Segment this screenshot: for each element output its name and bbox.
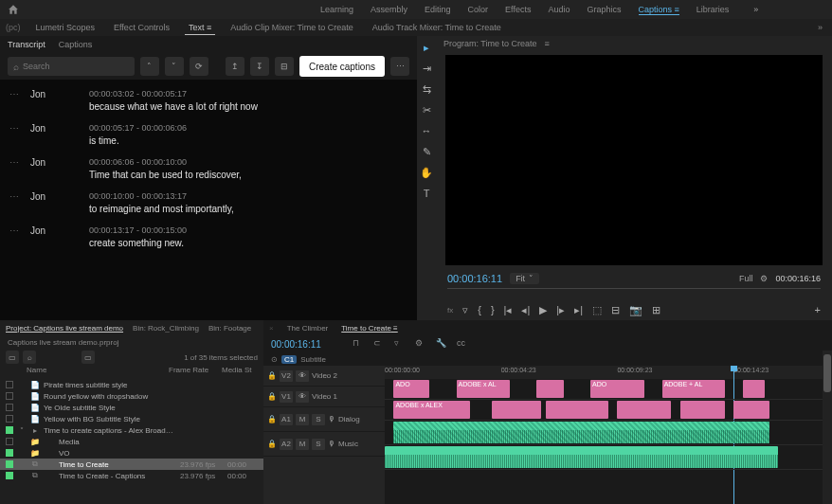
hand-tool-icon[interactable]: ✋	[420, 167, 433, 180]
comparison-view-icon[interactable]: ⊞	[652, 304, 660, 316]
project-tab[interactable]: Project: Captions live stream demo	[6, 324, 123, 333]
selection-tool-icon[interactable]: ▸	[420, 42, 433, 55]
transcript-row[interactable]: ⋯Jon00:00:03:02 - 00:00:05:17because wha…	[0, 83, 417, 117]
linked-selection-icon[interactable]: ⊂	[373, 338, 385, 350]
clip[interactable]	[393, 422, 769, 443]
lock-icon[interactable]: 🔒	[267, 371, 277, 380]
insert-above-button[interactable]: ↥	[226, 57, 244, 76]
sequence-tab[interactable]: The Climber	[287, 324, 329, 333]
workspace-captions[interactable]: Captions ≡	[639, 5, 679, 15]
lock-icon[interactable]: 🔒	[267, 440, 277, 448]
more-options-button[interactable]: ⋯	[390, 57, 409, 76]
label-color[interactable]	[6, 392, 13, 400]
label-color[interactable]	[6, 415, 13, 423]
label-color[interactable]	[6, 404, 13, 411]
workspace-editing[interactable]: Editing	[425, 5, 451, 15]
track-toggle[interactable]: M	[296, 414, 309, 425]
clip[interactable]	[680, 401, 725, 419]
refresh-button[interactable]: ⟳	[190, 57, 208, 76]
lock-icon[interactable]: 🔒	[267, 392, 277, 401]
track-toggle[interactable]: M	[296, 439, 309, 450]
button-editor-icon[interactable]: +	[815, 304, 821, 315]
track-header[interactable]: 🔒V2👁Video 2	[263, 366, 385, 387]
sequence-tab[interactable]: Time to Create ≡	[341, 324, 398, 333]
drag-handle-icon[interactable]: ⋯	[9, 225, 19, 248]
new-bin-icon[interactable]: ▭	[81, 351, 95, 364]
project-item[interactable]: 📄Round yellow with dropshadow	[0, 390, 263, 402]
transcript-text[interactable]: is time.	[89, 135, 187, 146]
clip[interactable]	[546, 401, 608, 419]
home-icon[interactable]	[8, 4, 19, 15]
solo-toggle[interactable]: S	[312, 414, 325, 425]
go-in-icon[interactable]: |◂	[504, 304, 513, 316]
insert-below-button[interactable]: ↧	[250, 57, 269, 76]
clip[interactable]: ADO	[590, 380, 644, 398]
workspace-effects[interactable]: Effects	[505, 5, 531, 15]
play-icon[interactable]: ▶	[539, 304, 547, 316]
clip[interactable]	[492, 401, 541, 419]
workspace-overflow-icon[interactable]: »	[753, 5, 758, 14]
track-target[interactable]: V2	[280, 370, 293, 382]
transcript-text[interactable]: to reimagine and most importantly,	[89, 204, 234, 214]
label-color[interactable]	[6, 381, 13, 388]
clip[interactable]: ADOBE x ALEX	[393, 401, 469, 419]
next-button[interactable]: ˅	[165, 57, 184, 76]
track-target[interactable]: A1	[280, 414, 293, 425]
split-button[interactable]: ⊟	[275, 57, 294, 76]
create-captions-button[interactable]: Create captions	[299, 56, 385, 77]
pen-tool-icon[interactable]: ✎	[420, 146, 433, 159]
clip[interactable]	[617, 401, 671, 419]
project-item[interactable]: 📄Pirate times subtitle style	[0, 379, 263, 390]
workspace-color[interactable]: Color	[468, 5, 489, 15]
workspace-learning[interactable]: Learning	[320, 5, 353, 15]
track-header[interactable]: 🔒A2MS🎙Music	[263, 432, 385, 457]
label-color[interactable]	[6, 449, 13, 457]
transcript-row[interactable]: ⋯Jon00:00:10:00 - 00:00:13:17to reimagin…	[0, 186, 417, 220]
transcript-row[interactable]: ⋯Jon00:00:05:17 - 00:00:06:06is time.	[0, 117, 417, 152]
source-tab[interactable]: Audio Clip Mixer: Time to Create	[226, 21, 357, 35]
timeline-track[interactable]	[385, 421, 832, 445]
track-toggle[interactable]: 👁	[296, 370, 309, 382]
track-toggle[interactable]: 👁	[296, 391, 309, 403]
ripple-edit-tool-icon[interactable]: ⇆	[420, 83, 433, 97]
clip[interactable]	[536, 380, 563, 398]
settings-icon[interactable]: ⚙	[760, 274, 768, 283]
add-marker-icon[interactable]: ▿	[462, 304, 468, 316]
label-color[interactable]	[6, 472, 13, 479]
drag-handle-icon[interactable]: ⋯	[9, 157, 19, 180]
track-select-tool-icon[interactable]: ⇥	[420, 63, 433, 76]
project-item[interactable]: ⧉Time to Create - Captions23.976 fps00:0…	[0, 470, 263, 481]
source-tab[interactable]: Audio Track Mixer: Time to Create	[369, 21, 505, 35]
source-tab[interactable]: Lumetri Scopes	[32, 21, 99, 35]
razor-tool-icon[interactable]: ✂	[420, 104, 433, 117]
step-back-icon[interactable]: ◂|	[521, 304, 530, 316]
project-tab[interactable]: Bin: Rock_Climbing	[133, 324, 199, 333]
track-header[interactable]: 🔒V1👁Video 1	[263, 387, 385, 407]
label-color[interactable]	[6, 426, 13, 434]
cc-view-icon[interactable]: cc	[457, 338, 468, 350]
mark-out-icon[interactable]: }	[491, 304, 495, 315]
source-tab[interactable]: Text ≡	[185, 21, 215, 35]
go-out-icon[interactable]: ▸|	[574, 304, 583, 316]
drag-handle-icon[interactable]: ⋯	[9, 191, 19, 214]
filter-icon[interactable]: ⌕	[23, 351, 36, 364]
resolution-dropdown[interactable]: Full	[739, 274, 753, 283]
drag-handle-icon[interactable]: ⋯	[9, 89, 19, 112]
clip[interactable]: ADOBE x AL	[457, 380, 511, 398]
step-fwd-icon[interactable]: |▸	[556, 304, 565, 316]
prev-button[interactable]: ˄	[140, 57, 159, 76]
wrench-icon[interactable]: 🔧	[436, 338, 447, 350]
clip[interactable]: ADO	[393, 380, 429, 398]
transcript-text[interactable]: create something new.	[89, 238, 187, 248]
project-item[interactable]: ˅▸Time to create captions - Alex Broadst…	[0, 424, 263, 436]
fit-dropdown[interactable]: Fit ˅	[510, 273, 539, 284]
search-input[interactable]: ⌕ Search	[8, 57, 135, 76]
project-item[interactable]: 📁VO	[0, 447, 263, 459]
export-frame-icon[interactable]: 📷	[629, 304, 642, 316]
track-target[interactable]: V1	[280, 391, 293, 403]
timeline-track[interactable]: ADOADOBE x ALADOADOBE + AL	[385, 379, 832, 400]
bin-view-icon[interactable]: ▭	[6, 351, 19, 364]
disclosure-icon[interactable]: ˅	[17, 426, 27, 435]
subtab-captions[interactable]: Captions	[59, 40, 93, 49]
caption-track-toggle[interactable]: ⊙	[271, 355, 278, 364]
